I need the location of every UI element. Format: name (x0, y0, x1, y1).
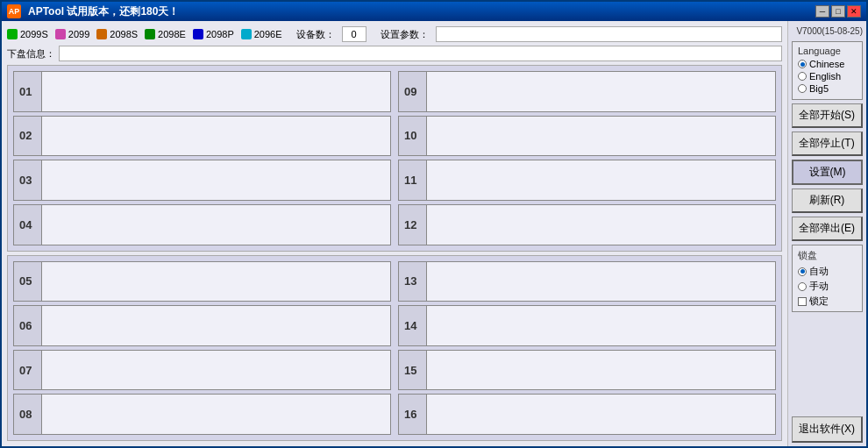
eject-all-button[interactable]: 全部弹出(E) (792, 217, 863, 241)
slot-content-10 (427, 117, 775, 156)
legend-label-2099: 2099 (68, 29, 89, 39)
main-window: AP APTool 试用版本，还剩180天！ ─ □ ✕ 2099S 2099 (0, 0, 868, 448)
slot-content-04 (42, 205, 390, 245)
slot-num-05: 05 (14, 262, 42, 302)
slot-num-16: 16 (399, 395, 427, 434)
slot-num-02: 02 (14, 117, 42, 156)
slot-num-09: 09 (399, 72, 427, 111)
slot-content-13 (427, 262, 775, 302)
sidebar: V7000(15-08-25) Language Chinese English… (787, 21, 866, 446)
slot-num-03: 03 (14, 160, 42, 200)
slot-num-10: 10 (399, 117, 427, 156)
slot-content-11 (427, 160, 775, 200)
slot-07: 07 (13, 350, 391, 391)
radio-dot-auto (798, 267, 807, 276)
settings-params-input[interactable] (436, 26, 782, 42)
radio-label-chinese: Chinese (809, 59, 844, 69)
close-button[interactable]: ✕ (847, 5, 861, 18)
info-bar: 下盘信息： (7, 46, 782, 61)
slot-num-07: 07 (14, 351, 42, 390)
slot-04: 04 (13, 204, 391, 245)
exit-button[interactable]: 退出软件(X) (792, 416, 863, 443)
slot-content-14 (427, 306, 775, 345)
slot-num-01: 01 (14, 72, 42, 111)
legend-dot-2098s (96, 29, 107, 39)
language-group-title: Language (798, 46, 857, 56)
slots-row-bottom-3: 07 15 (13, 350, 776, 391)
slot-num-13: 13 (399, 262, 427, 302)
radio-big5[interactable]: Big5 (798, 83, 857, 94)
slots-container: 01 09 02 10 (7, 65, 782, 441)
radio-dot-english (798, 72, 807, 81)
window-title: APTool 试用版本，还剩180天！ (28, 4, 179, 19)
title-bar: AP APTool 试用版本，还剩180天！ ─ □ ✕ (2, 2, 866, 21)
slots-row-top-2: 02 10 (13, 116, 776, 157)
slot-03: 03 (13, 160, 391, 201)
slot-num-12: 12 (399, 205, 427, 245)
top-slots-group: 01 09 02 10 (7, 65, 782, 252)
title-controls: ─ □ ✕ (815, 5, 861, 18)
info-label: 下盘信息： (7, 47, 55, 60)
slots-row-top-3: 03 11 (13, 160, 776, 201)
settings-button[interactable]: 设置(M) (792, 160, 863, 185)
stop-all-button[interactable]: 全部停止(T) (792, 132, 863, 156)
app-icon: AP (7, 4, 21, 18)
info-input[interactable] (59, 46, 782, 61)
slot-16: 16 (398, 394, 776, 435)
top-bar: 2099S 2099 2098S 2098E 2098P (7, 26, 782, 42)
main-area: 2099S 2099 2098S 2098E 2098P (2, 21, 787, 446)
version-label: V7000(15-08-25) (792, 25, 863, 38)
slot-num-11: 11 (399, 160, 427, 200)
radio-chinese[interactable]: Chinese (798, 59, 857, 69)
legend-dot-2098e (145, 29, 155, 39)
device-count-label: 设备数： (296, 28, 335, 41)
radio-label-auto: 自动 (809, 265, 829, 278)
slot-02: 02 (13, 116, 391, 157)
legend-dot-2099 (55, 29, 66, 39)
slot-content-06 (42, 306, 390, 345)
radio-manual[interactable]: 手动 (798, 280, 857, 293)
start-all-button[interactable]: 全部开始(S) (792, 103, 863, 128)
slot-09: 09 (398, 71, 776, 112)
radio-dot-chinese (798, 60, 807, 68)
radio-auto[interactable]: 自动 (798, 265, 857, 278)
device-count-input[interactable] (342, 26, 366, 42)
slot-15: 15 (398, 350, 776, 391)
slot-num-15: 15 (399, 351, 427, 390)
legend-2098p: 2098P (193, 29, 234, 39)
slot-content-02 (42, 117, 390, 156)
slot-01: 01 (13, 71, 391, 112)
legend-dot-2098p (193, 29, 203, 39)
slots-row-bottom-4: 08 16 (13, 394, 776, 435)
maximize-button[interactable]: □ (831, 5, 845, 18)
legend-dot-2099s (7, 29, 18, 39)
slot-content-08 (42, 395, 390, 434)
legend-2099: 2099 (55, 29, 89, 39)
legend-dot-2096e (241, 29, 252, 39)
legend-label-2098p: 2098P (206, 29, 234, 39)
minimize-button[interactable]: ─ (815, 5, 829, 18)
legend-label-2096e: 2096E (254, 29, 282, 39)
slot-num-14: 14 (399, 306, 427, 345)
slots-row-bottom-1: 05 13 (13, 261, 776, 302)
legend-2099s: 2099S (7, 29, 48, 39)
lock-checkbox[interactable]: 锁定 (798, 295, 857, 308)
radio-label-english: English (809, 71, 841, 82)
slot-content-12 (427, 205, 775, 245)
slots-row-top-4: 04 12 (13, 204, 776, 245)
slot-13: 13 (398, 261, 776, 302)
slot-12: 12 (398, 204, 776, 245)
slot-14: 14 (398, 305, 776, 346)
radio-english[interactable]: English (798, 71, 857, 82)
refresh-button[interactable]: 刷新(R) (792, 188, 863, 213)
slot-content-01 (42, 72, 390, 111)
radio-dot-big5 (798, 84, 807, 93)
slot-content-07 (42, 351, 390, 390)
legend-2096e: 2096E (241, 29, 282, 39)
legend-2098e: 2098E (145, 29, 186, 39)
legend-label-2099s: 2099S (20, 29, 48, 39)
slots-row-top-1: 01 09 (13, 71, 776, 112)
slot-08: 08 (13, 394, 391, 435)
radio-dot-manual (798, 282, 807, 291)
legend-label-2098s: 2098S (110, 29, 138, 39)
